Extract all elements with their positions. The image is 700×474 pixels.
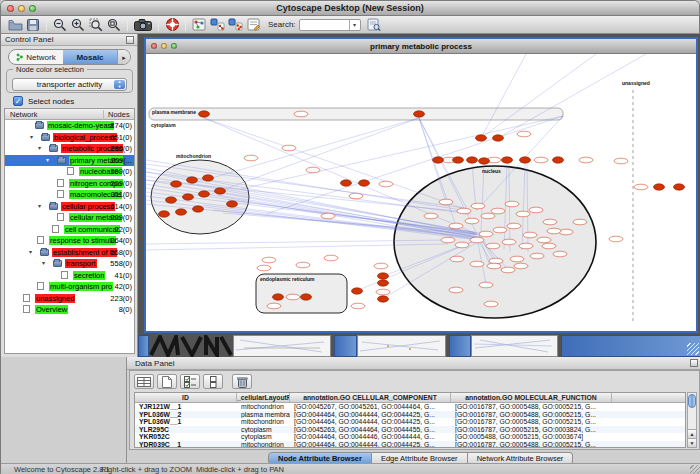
graph-node-label[interactable] <box>573 219 587 225</box>
graph-node[interactable] <box>476 135 487 141</box>
network-canvas[interactable] <box>146 54 696 331</box>
app-titlebar[interactable]: Cytoscape Desktop (New Session) <box>1 1 699 16</box>
graph-node-label[interactable] <box>579 157 593 163</box>
graph-node-label[interactable] <box>306 167 320 173</box>
network-view-window[interactable]: primary metabolic process plasma membran… <box>144 37 698 333</box>
column-header[interactable]: annotation.GO CELLULAR_COMPONENT <box>290 393 451 402</box>
graph-node[interactable] <box>341 180 352 186</box>
tree-row-response-to-stimulu[interactable]: response to stimulu264(0) <box>5 235 134 247</box>
graph-node-label[interactable] <box>489 258 503 264</box>
column-header[interactable]: annotation.GO MOLECULAR_FUNCTION <box>451 393 612 402</box>
tree-row-cellular-metabo[interactable]: cellular metabo209(0) <box>5 212 134 224</box>
graph-node-label[interactable] <box>634 184 648 190</box>
background-window-content[interactable] <box>149 335 233 357</box>
tree-row-unassigned[interactable]: unassigned223(0) <box>5 293 134 305</box>
graph-node-label[interactable] <box>542 243 556 249</box>
zoom-view-button[interactable] <box>171 43 177 49</box>
create-view-button[interactable] <box>226 17 244 33</box>
advanced-search-button[interactable] <box>365 17 383 33</box>
resize-grip-icon[interactable] <box>690 465 700 474</box>
close-view-button[interactable] <box>151 43 157 49</box>
graph-node-label[interactable] <box>455 242 469 248</box>
graph-node[interactable] <box>467 157 478 163</box>
graph-node[interactable] <box>502 157 513 163</box>
hide-selected-button[interactable] <box>208 17 226 33</box>
tree-row-transport[interactable]: ▾transport558(0) <box>5 258 134 270</box>
node-color-select[interactable]: transporter activity ▲▼ <box>12 78 127 91</box>
graph-node-label[interactable] <box>470 261 484 267</box>
graph-node-label[interactable] <box>465 218 479 224</box>
graph-node[interactable] <box>187 177 198 183</box>
table-row[interactable]: YPL036W__2plasma membrane[GO:0044464, GO… <box>135 411 685 419</box>
graph-node-label[interactable] <box>493 227 507 233</box>
background-window-content[interactable] <box>471 335 558 357</box>
table-row[interactable]: YKR052Ccytoplasm[GO:0044464, GO:0044446,… <box>135 433 685 441</box>
column-header-network[interactable]: Network <box>10 110 38 119</box>
table-row[interactable]: YPL036W__1mitochondrion[GO:0044464, GO:0… <box>135 418 685 426</box>
graph-node-label[interactable] <box>553 251 567 257</box>
minimize-window-button[interactable] <box>18 5 25 12</box>
column-header[interactable]: ID <box>135 393 237 402</box>
graph-node-label[interactable] <box>479 282 493 288</box>
tree-row-nucleobase-[interactable]: nucleobase-209(0) <box>5 166 134 178</box>
tree-row-overview[interactable]: Overview8(0) <box>5 304 134 316</box>
graph-node-label[interactable] <box>501 267 515 273</box>
graph-node[interactable] <box>674 184 685 190</box>
select-nodes-checkbox[interactable]: ✓ <box>13 96 23 106</box>
background-window-edge[interactable] <box>334 335 357 357</box>
graph-node-label[interactable] <box>543 219 557 225</box>
graph-node-label[interactable] <box>514 263 528 269</box>
graph-node[interactable] <box>215 188 226 194</box>
tree-row-macromolecule[interactable]: macromolecule311(0) <box>5 189 134 201</box>
graph-node-label[interactable] <box>439 199 453 205</box>
minimize-view-button[interactable] <box>161 43 167 49</box>
graph-node-label[interactable] <box>457 208 471 214</box>
graph-node-label[interactable] <box>487 263 501 269</box>
graph-node-label[interactable] <box>530 253 544 259</box>
background-window-titlebar[interactable] <box>561 335 700 357</box>
graph-node[interactable] <box>176 209 187 215</box>
tree-row-cellular-process[interactable]: ▾cellular process614(0) <box>5 201 134 213</box>
new-attribute-button[interactable] <box>157 374 177 389</box>
graph-node-label[interactable] <box>523 232 537 238</box>
graph-node[interactable] <box>479 158 490 164</box>
graph-node[interactable] <box>654 184 665 190</box>
network-canvas-area[interactable]: plasma membrane cytoplasm mitochondrion … <box>146 54 696 331</box>
save-session-button[interactable] <box>24 17 42 33</box>
search-input[interactable]: ▾ <box>299 19 361 31</box>
expand-arrow-icon[interactable]: ▾ <box>38 202 41 209</box>
background-window-content[interactable] <box>357 335 446 357</box>
graph-node-label[interactable] <box>449 223 463 229</box>
annotations-button[interactable] <box>244 17 262 33</box>
graph-node-label[interactable] <box>450 256 464 262</box>
zoom-fit-button[interactable] <box>105 17 123 33</box>
attribute-grid-button[interactable] <box>134 374 154 389</box>
graph-node-label[interactable] <box>282 145 296 151</box>
graph-node[interactable] <box>193 206 204 212</box>
graph-node-label[interactable] <box>519 243 533 249</box>
scroll-down-arrow-icon[interactable]: ▼ <box>688 438 696 447</box>
graph-node[interactable] <box>199 111 210 117</box>
background-window-edge[interactable] <box>138 335 149 357</box>
graph-node-label[interactable] <box>486 243 500 249</box>
graph-node-label[interactable] <box>470 237 484 243</box>
graph-node[interactable] <box>378 273 389 279</box>
graph-node-label[interactable] <box>614 158 628 164</box>
graph-node-label[interactable] <box>349 193 363 199</box>
table-row[interactable]: YDR039C__1mitochondrion[GO:0044464, GO:0… <box>135 441 685 448</box>
graph-node-label[interactable] <box>481 213 495 219</box>
tree-row-primary-metabo[interactable]: ▾primary metabo209(... <box>5 155 134 167</box>
scrollbar-thumb[interactable] <box>688 394 696 408</box>
graph-node-label[interactable] <box>471 203 485 209</box>
graph-node[interactable] <box>520 157 531 163</box>
graph-node[interactable] <box>414 111 425 117</box>
graph-node-label[interactable] <box>244 155 258 161</box>
graph-node-label[interactable] <box>286 294 300 300</box>
zoom-selected-button[interactable] <box>87 17 105 33</box>
expand-arrow-icon[interactable]: ▾ <box>46 156 49 163</box>
graph-node-label[interactable] <box>321 213 335 219</box>
open-session-button[interactable] <box>6 17 24 33</box>
tree-row-metabolic-process[interactable]: ▾metabolic process280(0) <box>5 143 134 155</box>
graph-node-label[interactable] <box>502 239 516 245</box>
graph-node[interactable] <box>199 191 210 197</box>
